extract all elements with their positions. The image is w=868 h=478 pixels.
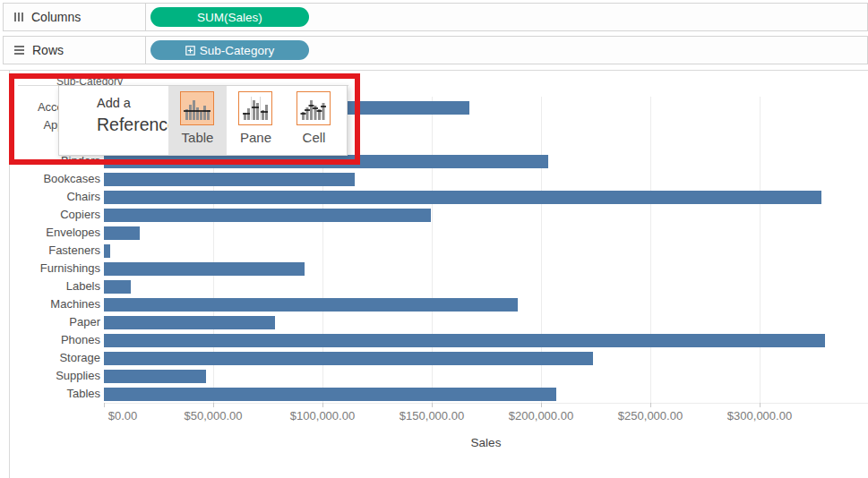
x-tick-label: $50,000.00 (184, 409, 242, 423)
bar-envelopes[interactable] (104, 226, 140, 240)
cell-option-label: Cell (285, 130, 343, 145)
x-tick-label: $300,000.00 (727, 409, 792, 423)
sub-category-pill-label: Sub-Category (200, 44, 274, 57)
x-tick-label: $200,000.00 (509, 409, 573, 423)
pane-option-label: Pane (227, 130, 285, 145)
expand-hierarchy-icon[interactable] (185, 46, 195, 55)
table-scope-icon (180, 91, 214, 125)
scope-option-table[interactable]: Table (168, 86, 227, 155)
sum-sales-pill[interactable]: SUM(Sales) (150, 7, 309, 27)
rows-shelf-label: Rows (32, 43, 64, 57)
reference-line-popup: Add a Reference Line Table (58, 85, 348, 156)
bar-machines[interactable] (104, 298, 518, 312)
scope-option-pane[interactable]: Pane (227, 86, 285, 155)
bar-tables[interactable] (104, 388, 556, 401)
pane-scope-icon (238, 91, 272, 125)
x-tick-label: $100,000.00 (290, 409, 355, 423)
category-label-envelopes[interactable]: Envelopes (9, 224, 100, 242)
bar-storage[interactable] (104, 352, 593, 365)
x-tick-label: $0.00 (108, 409, 138, 423)
columns-shelf-label-area: Columns (4, 4, 146, 30)
bar-paper[interactable] (104, 316, 275, 329)
pane-top-border (0, 70, 868, 71)
category-label-supplies[interactable]: Supplies (9, 367, 100, 385)
columns-shelf[interactable]: Columns SUM(Sales) (3, 3, 868, 31)
category-label-fasteners[interactable]: Fasteners (9, 242, 100, 260)
category-label-tables[interactable]: Tables (9, 385, 100, 403)
x-axis-tick (541, 403, 542, 407)
x-axis-tick (432, 403, 433, 407)
scope-option-cell[interactable]: Cell (285, 86, 343, 155)
sum-sales-pill-label: SUM(Sales) (197, 11, 262, 24)
bar-labels[interactable] (104, 280, 131, 294)
rows-shelf[interactable]: Rows Sub-Category (3, 36, 868, 64)
x-axis-title[interactable]: Sales (104, 436, 868, 449)
category-label-copiers[interactable]: Copiers (9, 206, 100, 224)
rows-icon (14, 46, 24, 55)
bar-binders[interactable] (104, 155, 548, 168)
x-axis-tick (760, 403, 761, 407)
bar-furnishings[interactable] (104, 262, 305, 276)
bar-phones[interactable] (104, 334, 825, 347)
category-label-bookcases[interactable]: Bookcases (9, 170, 100, 188)
x-axis-tick (213, 403, 214, 407)
bar-fasteners[interactable] (104, 244, 110, 258)
x-axis-tick (322, 403, 323, 407)
bar-supplies[interactable] (104, 370, 206, 383)
category-label-labels[interactable]: Labels (9, 277, 100, 295)
x-axis-tick (104, 403, 105, 407)
category-label-machines[interactable]: Machines (9, 295, 100, 313)
x-axis-tick (650, 403, 651, 407)
bar-copiers[interactable] (104, 209, 431, 222)
cell-scope-icon (296, 91, 331, 125)
category-label-chairs[interactable]: Chairs (9, 188, 100, 206)
table-option-label: Table (168, 130, 227, 145)
bar-bookcases[interactable] (104, 173, 355, 186)
bar-chairs[interactable] (104, 191, 821, 204)
category-label-phones[interactable]: Phones (9, 331, 100, 349)
tableau-worksheet: Columns SUM(Sales) Rows Sub-Category (0, 0, 868, 478)
category-label-storage[interactable]: Storage (9, 349, 100, 367)
columns-drop-area[interactable]: SUM(Sales) (146, 4, 867, 30)
rows-drop-area[interactable]: Sub-Category (146, 37, 867, 64)
gridline (650, 97, 651, 403)
columns-shelf-label: Columns (31, 10, 81, 24)
category-label-furnishings[interactable]: Furnishings (9, 260, 100, 277)
gridline (760, 97, 761, 403)
x-tick-label: $250,000.00 (618, 409, 683, 423)
x-tick-label: $150,000.00 (400, 409, 464, 423)
columns-icon (14, 13, 23, 21)
rows-shelf-label-area: Rows (4, 37, 146, 64)
x-axis-line (104, 403, 868, 404)
sub-category-pill[interactable]: Sub-Category (150, 40, 309, 60)
category-label-paper[interactable]: Paper (9, 313, 100, 331)
